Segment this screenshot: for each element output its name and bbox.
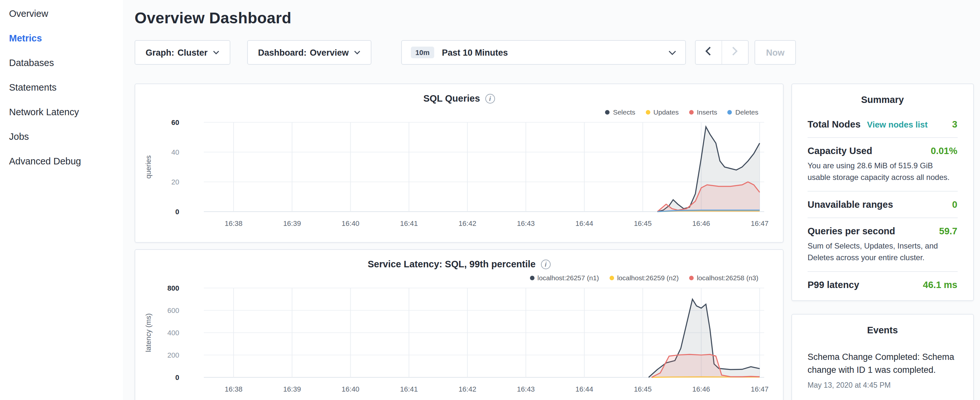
summary-description: Sum of Selects, Updates, Inserts, and De…	[808, 240, 957, 263]
sidebar-item-advanced-debug[interactable]: Advanced Debug	[0, 149, 123, 174]
svg-text:16:39: 16:39	[283, 385, 301, 393]
svg-text:latency (ms): latency (ms)	[144, 313, 153, 352]
legend-dot-icon	[609, 276, 614, 280]
events-panel: Events Schema Change Completed: Schema c…	[791, 314, 974, 400]
summary-label: Capacity Used	[808, 146, 872, 156]
charts-column: SQL Queries i SelectsUpdatesInsertsDelet…	[135, 83, 784, 400]
legend-item: localhost:26259 (n2)	[609, 274, 678, 282]
legend-dot-icon	[689, 110, 694, 114]
legend-label: localhost:26257 (n1)	[538, 274, 599, 282]
dashboard-dropdown-label: Dashboard:	[258, 48, 307, 57]
summary-rows: Total NodesView nodes list3Capacity Used…	[808, 112, 957, 298]
svg-text:16:43: 16:43	[517, 385, 535, 393]
svg-text:16:47: 16:47	[751, 385, 768, 393]
sidebar-item-jobs[interactable]: Jobs	[0, 124, 123, 149]
summary-value: 0	[952, 199, 957, 210]
chevron-left-icon	[706, 46, 711, 58]
svg-text:16:46: 16:46	[692, 385, 710, 393]
summary-label: Total Nodes	[808, 119, 861, 129]
dashboard-dropdown[interactable]: Dashboard: Overview	[247, 40, 371, 65]
summary-value: 59.7	[939, 226, 957, 236]
sidebar-item-metrics[interactable]: Metrics	[0, 26, 123, 51]
sidebar-item-overview[interactable]: Overview	[0, 1, 123, 26]
prev-time-button[interactable]	[695, 41, 721, 64]
summary-row: Queries per second59.7Sum of Selects, Up…	[808, 217, 957, 271]
event-items: Schema Change Completed: Schema change w…	[808, 351, 957, 389]
graph-dropdown-value: Cluster	[178, 48, 208, 57]
chart-legend: localhost:26257 (n1)localhost:26259 (n2)…	[135, 269, 783, 282]
graph-dropdown-label: Graph:	[146, 48, 174, 57]
summary-heading: Summary	[808, 94, 957, 112]
summary-label: Unavailable ranges	[808, 199, 893, 210]
legend-dot-icon	[646, 110, 650, 114]
sidebar-item-databases[interactable]: Databases	[0, 51, 123, 75]
chart-legend: SelectsUpdatesInsertsDeletes	[135, 104, 783, 116]
event-item: Schema Change Completed: Schema change w…	[808, 351, 957, 389]
chevron-down-icon	[668, 50, 676, 55]
time-step-buttons	[695, 40, 749, 65]
event-text: Schema Change Completed: Schema change w…	[808, 351, 957, 377]
svg-text:16:41: 16:41	[400, 220, 418, 228]
svg-text:16:43: 16:43	[517, 220, 535, 228]
event-timestamp: May 13, 2020 at 4:45 PM	[808, 381, 957, 389]
chart-title: SQL Queries	[423, 93, 480, 104]
svg-text:16:47: 16:47	[751, 220, 768, 228]
controls-bar: Graph: Cluster Dashboard: Overview 10m P…	[135, 40, 974, 65]
legend-dot-icon	[689, 276, 694, 280]
legend-label: localhost:26258 (n3)	[697, 274, 758, 282]
page-title: Overview Dashboard	[135, 9, 974, 27]
summary-value: 0.01%	[931, 146, 957, 156]
summary-row: Unavailable ranges0	[808, 191, 957, 217]
summary-value: 46.1 ms	[923, 280, 957, 290]
time-range-selector[interactable]: 10m Past 10 Minutes	[401, 40, 686, 65]
svg-text:200: 200	[167, 351, 179, 359]
sql-queries-chart: 020406016:3816:3916:4016:4116:4216:4316:…	[135, 117, 784, 237]
graph-dropdown[interactable]: Graph: Cluster	[135, 40, 231, 65]
time-range-badge: 10m	[411, 46, 434, 58]
sql-queries-chart-panel: SQL Queries i SelectsUpdatesInsertsDelet…	[135, 83, 784, 243]
svg-text:400: 400	[167, 329, 179, 337]
svg-text:16:44: 16:44	[575, 385, 593, 393]
sidebar: OverviewMetricsDatabasesStatementsNetwor…	[0, 0, 123, 400]
app-root: OverviewMetricsDatabasesStatementsNetwor…	[0, 0, 980, 400]
now-button[interactable]: Now	[754, 40, 796, 65]
summary-panel: Summary Total NodesView nodes list3Capac…	[791, 83, 974, 301]
chevron-down-icon	[213, 51, 220, 54]
svg-text:800: 800	[167, 284, 179, 292]
legend-item: Selects	[605, 108, 635, 116]
sidebar-item-network-latency[interactable]: Network Latency	[0, 100, 123, 124]
svg-text:600: 600	[167, 306, 179, 315]
time-range-label: Past 10 Minutes	[442, 48, 508, 57]
next-time-button[interactable]	[721, 41, 748, 64]
svg-text:16:42: 16:42	[458, 385, 476, 393]
legend-item: localhost:26257 (n1)	[530, 274, 599, 282]
legend-dot-icon	[530, 276, 534, 280]
dashboard-dropdown-value: Overview	[310, 48, 349, 57]
info-icon[interactable]: i	[541, 259, 550, 269]
legend-label: Updates	[654, 108, 679, 116]
info-icon[interactable]: i	[485, 94, 495, 103]
svg-text:16:45: 16:45	[634, 385, 652, 393]
svg-text:0: 0	[175, 208, 179, 216]
svg-text:20: 20	[172, 178, 179, 186]
service-latency-chart-panel: Service Latency: SQL, 99th percentile i …	[135, 249, 784, 400]
summary-row: Capacity Used0.01%You are using 28.6 MiB…	[808, 137, 957, 191]
svg-text:16:41: 16:41	[400, 385, 418, 393]
summary-row: Total NodesView nodes list3	[808, 112, 957, 137]
svg-text:16:40: 16:40	[342, 220, 360, 228]
sidebar-item-statements[interactable]: Statements	[0, 75, 123, 100]
svg-text:16:38: 16:38	[224, 220, 242, 228]
chevron-right-icon	[732, 46, 738, 58]
svg-text:queries: queries	[144, 155, 153, 178]
legend-item: Deletes	[728, 108, 758, 116]
summary-value: 3	[952, 119, 957, 129]
summary-label: Queries per second	[808, 226, 895, 236]
summary-label: P99 latency	[808, 280, 859, 290]
legend-item: localhost:26258 (n3)	[689, 274, 758, 282]
legend-item: Inserts	[689, 108, 717, 116]
svg-text:16:46: 16:46	[692, 220, 710, 228]
view-nodes-list-link[interactable]: View nodes list	[867, 120, 928, 129]
legend-dot-icon	[728, 110, 732, 114]
svg-text:16:39: 16:39	[283, 220, 301, 228]
svg-text:16:38: 16:38	[224, 385, 242, 393]
